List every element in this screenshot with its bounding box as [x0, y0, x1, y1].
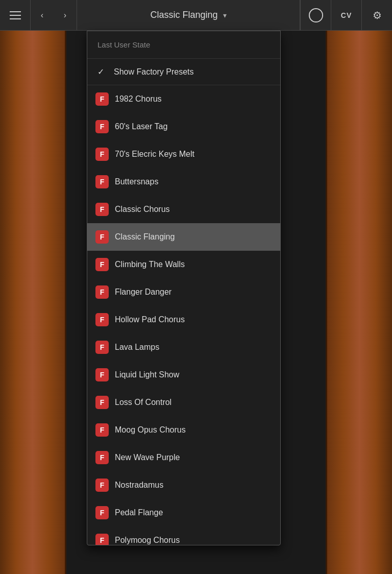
show-factory-presets-label: Show Factory Presets: [114, 67, 194, 77]
moon-icon: [309, 8, 323, 22]
hamburger-icon: [10, 11, 21, 19]
cv-label: CV: [341, 11, 352, 19]
preset-label: New Wave Purple: [115, 453, 180, 462]
factory-badge-icon: F: [95, 396, 109, 409]
factory-badge-icon: F: [95, 479, 109, 492]
preset-item-classic-flanging[interactable]: FClassic Flanging: [87, 223, 280, 251]
prev-preset-button[interactable]: ‹: [31, 0, 54, 31]
wood-panel-left: [0, 0, 66, 574]
factory-badge-icon: F: [95, 451, 109, 464]
factory-badge-icon: F: [95, 368, 109, 381]
preset-label: Classic Chorus: [115, 205, 170, 214]
preset-label: Lava Lamps: [115, 343, 159, 352]
preset-selector[interactable]: Classic Flanging ▾: [77, 0, 300, 31]
factory-badge-icon: F: [95, 313, 109, 326]
factory-badge-icon: F: [95, 534, 109, 545]
preset-label: Classic Flanging: [115, 232, 175, 242]
preset-item-flanger-danger[interactable]: FFlanger Danger: [87, 278, 280, 306]
preset-item-polymoog-chorus[interactable]: FPolymoog Chorus: [87, 527, 280, 545]
preset-label: 1982 Chorus: [115, 94, 162, 104]
menu-button[interactable]: [0, 0, 31, 31]
factory-badge-icon: F: [95, 258, 109, 271]
factory-badge-icon: F: [95, 506, 109, 519]
factory-badge-icon: F: [95, 175, 109, 188]
preset-list: F1982 ChorusF60's Laser TagF70's Elecric…: [87, 85, 280, 545]
preset-item-buttersnaps[interactable]: FButtersnaps: [87, 168, 280, 196]
header-right-controls: CV ⚙: [300, 0, 392, 31]
preset-label: Liquid Light Show: [115, 370, 179, 379]
preset-item-pedal-flange[interactable]: FPedal Flange: [87, 499, 280, 527]
preset-item-classic-chorus[interactable]: FClassic Chorus: [87, 196, 280, 223]
preset-item-moog-opus-chorus[interactable]: FMoog Opus Chorus: [87, 416, 280, 444]
checkmark-icon: ✓: [97, 67, 108, 77]
preset-item-70s-elecric-keys-melt[interactable]: F70's Elecric Keys Melt: [87, 140, 280, 168]
factory-badge-icon: F: [95, 423, 109, 437]
preset-item-liquid-light-show[interactable]: FLiquid Light Show: [87, 361, 280, 389]
current-preset-name: Classic Flanging: [150, 10, 217, 20]
preset-label: Moog Opus Chorus: [115, 425, 186, 435]
preset-item-lava-lamps[interactable]: FLava Lamps: [87, 333, 280, 361]
gear-icon: ⚙: [373, 9, 382, 21]
preset-label: 70's Elecric Keys Melt: [115, 150, 194, 159]
factory-badge-icon: F: [95, 203, 109, 216]
preset-label: Polymoog Chorus: [115, 536, 180, 545]
show-factory-presets-item[interactable]: ✓ Show Factory Presets: [87, 59, 280, 85]
preset-item-loss-of-control[interactable]: FLoss Of Control: [87, 389, 280, 416]
preset-item-1982-chorus[interactable]: F1982 Chorus: [87, 85, 280, 113]
factory-badge-icon: F: [95, 341, 109, 354]
cv-button[interactable]: CV: [331, 0, 361, 31]
factory-badge-icon: F: [95, 92, 109, 106]
last-user-state-label: Last User State: [87, 31, 280, 59]
wood-panel-right: [326, 0, 392, 574]
factory-badge-icon: F: [95, 285, 109, 299]
preset-label: Climbing The Walls: [115, 260, 185, 269]
preset-label: Flanger Danger: [115, 288, 172, 297]
preset-label: Pedal Flange: [115, 508, 163, 517]
preset-item-hollow-pad-chorus[interactable]: FHollow Pad Chorus: [87, 306, 280, 333]
header-bar: ‹ › Classic Flanging ▾ CV ⚙: [0, 0, 392, 31]
factory-badge-icon: F: [95, 148, 109, 161]
preset-label: Loss Of Control: [115, 398, 172, 407]
preset-label: Buttersnaps: [115, 177, 158, 186]
dropdown-arrow-icon: ▾: [223, 11, 227, 19]
factory-badge-icon: F: [95, 120, 109, 133]
preset-item-nostradamus[interactable]: FNostradamus: [87, 471, 280, 499]
preset-item-climbing-the-walls[interactable]: FClimbing The Walls: [87, 251, 280, 278]
preset-nav: ‹ ›: [31, 0, 77, 31]
preset-label: Nostradamus: [115, 481, 163, 490]
next-preset-button[interactable]: ›: [54, 0, 77, 31]
preset-item-new-wave-purple[interactable]: FNew Wave Purple: [87, 444, 280, 471]
theme-toggle-button[interactable]: [300, 0, 331, 31]
preset-item-60s-laser-tag[interactable]: F60's Laser Tag: [87, 113, 280, 140]
preset-label: Hollow Pad Chorus: [115, 315, 185, 324]
settings-button[interactable]: ⚙: [361, 0, 392, 31]
factory-badge-icon: F: [95, 230, 109, 244]
preset-label: 60's Laser Tag: [115, 122, 167, 131]
preset-dropdown: Last User State ✓ Show Factory Presets F…: [87, 31, 281, 545]
